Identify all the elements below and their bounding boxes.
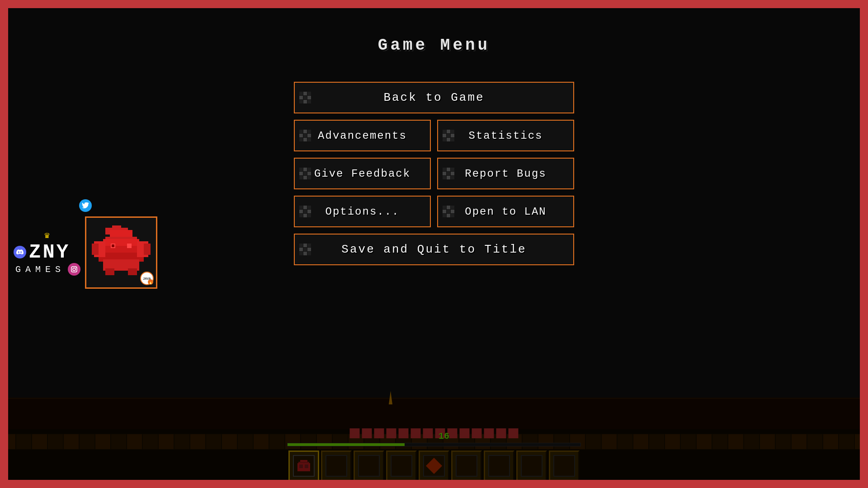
- svg-point-6: [73, 268, 75, 271]
- save-quit-button[interactable]: Save and Quit to Title: [294, 234, 574, 265]
- btn-deco-3: [443, 130, 454, 141]
- btn-deco-8: [299, 244, 311, 255]
- java-badge: JAVA 🔥: [140, 272, 154, 285]
- give-feedback-button[interactable]: Give Feedback: [294, 158, 431, 189]
- row-feedback-bugs: Give Feedback Report Bugs: [294, 158, 574, 189]
- zny-subtitle: GAMES: [15, 264, 65, 275]
- report-bugs-label: Report Bugs: [465, 168, 546, 180]
- svg-rect-22: [144, 244, 151, 255]
- discord-icon[interactable]: [14, 246, 26, 258]
- logo-area: ♛ ZNY GAMES: [14, 199, 157, 289]
- crown-icon: ♛: [44, 230, 50, 241]
- svg-rect-18: [128, 268, 137, 275]
- svg-rect-17: [105, 268, 114, 275]
- btn-deco-4: [299, 168, 311, 179]
- row-options-lan: Options... Open to LAN: [294, 196, 574, 227]
- svg-rect-20: [92, 244, 99, 255]
- btn-deco-5: [443, 168, 454, 179]
- buttons-container: Back to Game Advancements Statistics: [294, 82, 574, 265]
- options-button[interactable]: Options...: [294, 196, 431, 227]
- svg-point-7: [75, 267, 76, 268]
- advancements-label: Advancements: [318, 130, 407, 142]
- twitter-icon[interactable]: [79, 199, 92, 212]
- open-to-lan-button[interactable]: Open to LAN: [437, 196, 574, 227]
- svg-rect-24: [127, 244, 132, 248]
- statistics-button[interactable]: Statistics: [437, 120, 574, 151]
- open-to-lan-label: Open to LAN: [465, 206, 546, 218]
- give-feedback-label: Give Feedback: [314, 168, 410, 180]
- save-quit-label: Save and Quit to Title: [341, 243, 526, 256]
- logo-box: JAVA 🔥: [85, 216, 157, 289]
- advancements-button[interactable]: Advancements: [294, 120, 431, 151]
- options-label: Options...: [325, 206, 399, 218]
- btn-deco-6: [299, 206, 311, 217]
- svg-rect-25: [112, 244, 114, 247]
- back-to-game-button[interactable]: Back to Game: [294, 82, 574, 113]
- row-advancements-statistics: Advancements Statistics: [294, 120, 574, 151]
- instagram-icon[interactable]: [68, 263, 80, 276]
- btn-deco-7: [443, 206, 454, 217]
- btn-deco-1: [299, 92, 311, 103]
- report-bugs-button[interactable]: Report Bugs: [437, 158, 574, 189]
- menu-title: Game Menu: [378, 36, 490, 55]
- svg-rect-9: [112, 225, 121, 230]
- zny-title: ZNY: [29, 242, 70, 262]
- btn-deco-2: [299, 130, 311, 141]
- statistics-label: Statistics: [468, 130, 542, 142]
- back-to-game-label: Back to Game: [383, 91, 484, 104]
